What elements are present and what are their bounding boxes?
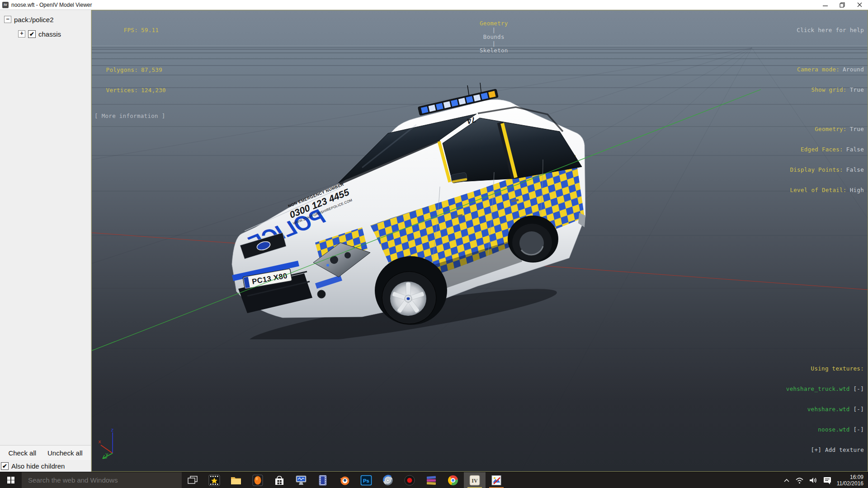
taskbar-item-recorder[interactable]	[399, 472, 420, 488]
task-view-icon	[187, 475, 198, 485]
tree-chassis-row[interactable]: + ✔ chassis	[0, 28, 91, 40]
taskbar-item-media-monitor[interactable]	[290, 472, 312, 488]
file-explorer-icon	[230, 474, 242, 486]
taskbar-item-photoshop[interactable]: Ps	[355, 472, 377, 488]
hidden-icons-chevron[interactable]	[783, 478, 790, 483]
lightbar	[418, 89, 498, 116]
gizmo-z-label: z	[111, 427, 114, 433]
restore-button[interactable]	[834, 0, 851, 9]
tab-bounds[interactable]: Bounds	[483, 33, 505, 40]
also-hide-children-row: ✔ Also hide children	[0, 460, 91, 472]
taskbar-item-disc-app[interactable]	[377, 472, 399, 488]
restore-icon	[840, 2, 845, 8]
textures-panel: Using textures: vehshare_truck.wtd [-] v…	[786, 352, 864, 467]
winrar-books-icon	[425, 474, 437, 486]
taskbar-item-store[interactable]	[269, 472, 290, 488]
chrome-icon	[448, 475, 458, 485]
store-icon	[274, 474, 285, 486]
tab-separator: |	[492, 40, 495, 47]
taskbar-item-film-app[interactable]	[312, 472, 334, 488]
photoshop-icon: Ps	[360, 474, 372, 486]
minimize-button[interactable]	[816, 0, 834, 9]
svg-text:Ps: Ps	[363, 478, 369, 483]
headlight	[313, 243, 370, 277]
check-all-button[interactable]: Check all	[5, 448, 40, 458]
orange-oval-app-icon	[252, 474, 264, 486]
media-player-star-icon	[208, 474, 220, 486]
tree-button-bar: Check all Uncheck all	[0, 445, 91, 460]
openiv-app-icon: IV	[2, 2, 9, 8]
display-points-toggle[interactable]: Display Points:False	[790, 166, 864, 173]
camera-mode-toggle[interactable]: Camera mode:Around	[790, 66, 864, 73]
taskbar-item-chrome[interactable]	[442, 472, 464, 488]
tab-skeleton[interactable]: Skeleton	[480, 47, 508, 54]
uncheck-all-button[interactable]: Uncheck all	[44, 448, 86, 458]
taskbar-item-media-classic[interactable]	[203, 472, 225, 488]
tree-root-label: pack:/police2	[14, 16, 54, 23]
tab-geometry[interactable]: Geometry	[480, 20, 508, 27]
bonnet-line3: WWW.STAFFORDSHIREPOLICE.COM	[292, 198, 353, 225]
notification-icon[interactable]	[823, 476, 832, 484]
openiv-taskbar-icon: IV	[469, 474, 481, 486]
remove-texture-button[interactable]: [-]	[854, 385, 864, 392]
vertices-label: Vertices:	[94, 87, 138, 94]
remove-texture-button[interactable]: [-]	[854, 406, 864, 413]
grid-lines	[92, 10, 868, 471]
tray-time: 16:09	[837, 474, 863, 480]
polygons-value: 87,539	[141, 66, 162, 73]
polygons-label: Polygons:	[94, 66, 138, 73]
svg-text:IV: IV	[472, 478, 478, 484]
number-plate: PC13 X80	[243, 269, 292, 289]
gizmo-x-label: x	[98, 439, 101, 445]
tray-clock[interactable]: 16:09 11/02/2016	[837, 474, 863, 487]
taskbar-item-blender[interactable]	[334, 472, 355, 488]
windows-taskbar: Ps IV 16:09 11/02/2016	[0, 472, 868, 488]
wifi-icon[interactable]	[795, 476, 804, 484]
system-tray: 16:09 11/02/2016	[783, 472, 868, 488]
texture-row: vehshare_truck.wtd [-]	[786, 385, 864, 392]
bonnet-line2: 0300 123 4455	[288, 187, 351, 220]
plate-text: PC13 X80	[251, 271, 288, 285]
3d-viewport[interactable]: 74 POLICE NON EMERGENCY NUMBER 0300 123 …	[91, 10, 868, 472]
taskbar-item-openiv-active[interactable]: IV	[464, 472, 486, 488]
remove-texture-button[interactable]: [-]	[854, 426, 864, 433]
textures-header: Using textures:	[786, 365, 864, 372]
more-information-link[interactable]: [ More information ]	[94, 113, 166, 119]
ford-badge	[256, 240, 271, 251]
screen: IV noose.wft - OpenIV Model Viewer − pac…	[0, 0, 868, 488]
blender-icon	[339, 474, 350, 486]
also-hide-children-checkbox[interactable]: ✔	[1, 462, 9, 470]
tray-date: 11/02/2016	[837, 480, 863, 487]
vertices-value: 124,230	[141, 87, 166, 94]
taskbar-item-photo-viewer[interactable]	[486, 472, 507, 488]
chassis-checkbox[interactable]: ✔	[28, 30, 36, 38]
taskbar-item-orange-app[interactable]	[247, 472, 269, 488]
windows-logo-icon	[7, 477, 14, 484]
tree-empty-area	[0, 40, 91, 445]
help-link[interactable]: Click here for help	[790, 27, 864, 33]
texture-row: vehshare.wtd [-]	[786, 406, 864, 413]
speaker-icon[interactable]	[809, 476, 818, 484]
close-button[interactable]	[851, 0, 868, 9]
police-car-model: 74 POLICE NON EMERGENCY NUMBER 0300 123 …	[226, 82, 593, 339]
geometry-toggle[interactable]: Geometry:True	[790, 126, 864, 132]
add-texture-button[interactable]: [+] Add texture	[786, 446, 864, 453]
taskbar-search[interactable]	[22, 472, 182, 488]
photo-viewer-icon	[491, 474, 502, 486]
collapse-icon[interactable]: −	[4, 16, 11, 23]
search-input[interactable]	[22, 476, 182, 484]
edged-faces-toggle[interactable]: Edged Faces:False	[790, 146, 864, 153]
police-mirrored-text: POLICE	[245, 203, 328, 255]
taskbar-item-file-explorer[interactable]	[225, 472, 247, 488]
level-of-detail-toggle[interactable]: Level of Detail:High	[790, 187, 864, 193]
alloy-wheel	[390, 282, 426, 316]
start-button[interactable]	[0, 472, 22, 488]
minimize-icon	[823, 2, 828, 7]
record-dot-icon	[404, 474, 415, 486]
task-view-button[interactable]	[182, 472, 203, 488]
show-grid-toggle[interactable]: Show grid:True	[790, 86, 864, 93]
green-axis-line	[92, 10, 868, 471]
taskbar-item-winrar[interactable]	[420, 472, 442, 488]
expand-icon[interactable]: +	[18, 30, 25, 38]
tree-root-row[interactable]: − pack:/police2	[0, 14, 91, 25]
